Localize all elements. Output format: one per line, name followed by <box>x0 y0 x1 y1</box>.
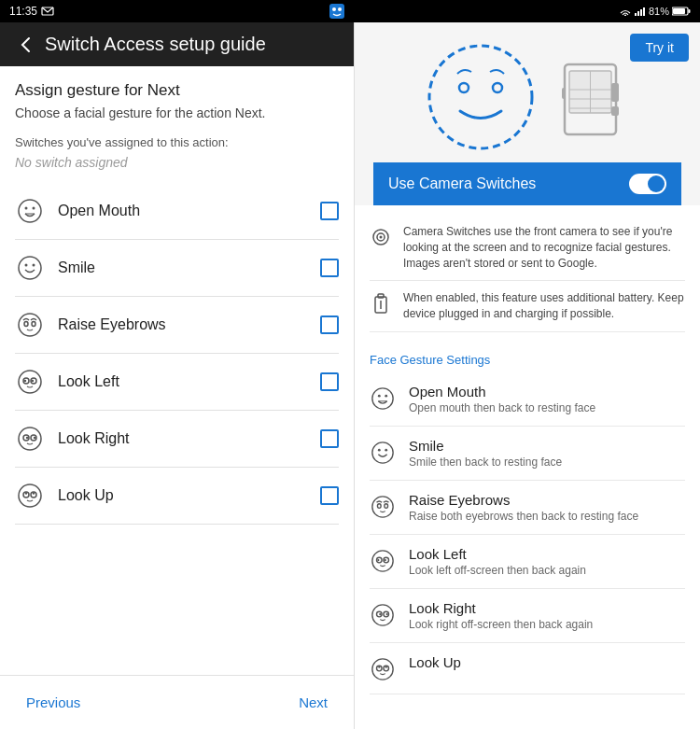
look-up-icon <box>370 656 396 682</box>
battery-info-text: When enabled, this feature uses addition… <box>403 290 685 322</box>
svg-point-19 <box>19 314 41 336</box>
svg-point-38 <box>459 83 469 92</box>
svg-rect-46 <box>611 83 619 102</box>
open-mouth-checkbox[interactable] <box>320 202 339 220</box>
header-back-icon[interactable] <box>15 35 35 55</box>
look-up-checkbox[interactable] <box>320 486 339 505</box>
smile-icon <box>15 253 45 283</box>
camera-switch-toggle[interactable] <box>629 174 666 194</box>
smile-name: Smile <box>409 438 685 454</box>
svg-point-64 <box>385 504 388 509</box>
raise-eyebrows-desc: Raise both eyebrows then back to resting… <box>409 510 685 523</box>
look-left-checkbox[interactable] <box>320 372 339 391</box>
open-mouth-icon <box>15 196 45 226</box>
list-item[interactable]: Look Up <box>15 468 339 525</box>
list-item[interactable]: Open Mouth <box>15 183 339 240</box>
list-item[interactable]: Look Right <box>15 411 339 468</box>
svg-point-22 <box>19 371 41 393</box>
svg-point-56 <box>378 395 381 398</box>
svg-point-78 <box>378 666 380 668</box>
look-right-icon <box>15 424 45 454</box>
raise-eyebrows-icon <box>15 310 45 340</box>
camera-switch-label: Use Camera Switches <box>388 175 536 192</box>
svg-rect-10 <box>689 9 691 13</box>
signal-icon <box>635 7 646 16</box>
battery-percent: 81% <box>649 6 669 17</box>
next-button[interactable]: Next <box>287 687 339 718</box>
look-right-text: Look Right Look right off-screen then ba… <box>409 600 685 631</box>
raise-eyebrows-checkbox[interactable] <box>320 315 339 334</box>
wifi-icon <box>619 7 632 16</box>
look-left-desc: Look left off-screen then back again <box>409 564 685 577</box>
right-gesture-list: Open Mouth Open mouth then back to resti… <box>355 372 700 694</box>
raise-eyebrows-text: Raise Eyebrows Raise both eyebrows then … <box>409 492 685 523</box>
list-item[interactable]: Look Right Look right off-screen then ba… <box>370 589 685 643</box>
face-illustration <box>425 41 537 153</box>
smile-checkbox[interactable] <box>320 259 339 277</box>
svg-rect-5 <box>635 13 637 16</box>
battery-info-icon <box>370 292 392 315</box>
svg-rect-11 <box>673 8 685 14</box>
previous-button[interactable]: Previous <box>15 687 91 718</box>
camera-switch-bar[interactable]: Use Camera Switches <box>373 162 681 205</box>
svg-point-18 <box>33 264 35 267</box>
list-item[interactable]: Smile Smile then back to resting face <box>370 427 685 481</box>
list-item[interactable]: Raise Eyebrows <box>15 297 339 354</box>
svg-point-69 <box>385 559 386 561</box>
raise-eyebrows-name: Raise Eyebrows <box>409 492 685 508</box>
list-item[interactable]: Open Mouth Open mouth then back to resti… <box>370 372 685 427</box>
svg-point-17 <box>25 264 28 267</box>
look-right-checkbox[interactable] <box>320 429 339 448</box>
battery-info-row: When enabled, this feature uses addition… <box>370 281 685 332</box>
assign-desc: Choose a facial gesture for the action N… <box>15 105 339 120</box>
camera-info-icon <box>370 226 392 248</box>
try-it-button[interactable]: Try it <box>630 34 689 62</box>
svg-point-14 <box>33 207 35 210</box>
svg-point-20 <box>24 322 28 327</box>
list-item[interactable]: Look Left Look left off-screen then back… <box>370 535 685 589</box>
no-switch-text: No switch assigned <box>15 155 339 170</box>
smile-desc: Smile then back to resting face <box>409 456 685 469</box>
look-up-name: Look Up <box>409 654 685 670</box>
svg-point-57 <box>385 395 387 398</box>
left-panel: Switch Access setup guide Assign gesture… <box>0 22 355 729</box>
left-gesture-list: Open Mouth Smile <box>15 183 339 525</box>
list-item[interactable]: Smile <box>15 240 339 297</box>
look-right-name: Look Right <box>409 600 685 616</box>
app-header: Switch Access setup guide <box>0 22 354 66</box>
open-mouth-text: Open Mouth Open mouth then back to resti… <box>409 384 685 414</box>
open-mouth-label: Open Mouth <box>58 203 307 219</box>
look-up-label: Look Up <box>58 487 307 504</box>
switch-access-icon <box>328 2 346 21</box>
svg-rect-53 <box>378 294 384 298</box>
svg-rect-7 <box>640 9 642 16</box>
svg-point-2 <box>332 7 336 11</box>
raise-eyebrows-label: Raise Eyebrows <box>58 316 307 333</box>
look-right-desc: Look right off-screen then back again <box>409 618 685 631</box>
list-item[interactable]: Raise Eyebrows Raise both eyebrows then … <box>370 481 685 535</box>
svg-point-32 <box>19 484 41 507</box>
list-item[interactable]: Look Left <box>15 354 339 411</box>
svg-point-70 <box>372 605 393 625</box>
svg-point-39 <box>493 83 502 92</box>
smile-icon <box>370 440 396 466</box>
status-bar: 11:35 81% <box>0 0 700 22</box>
svg-point-60 <box>378 449 381 452</box>
svg-point-75 <box>372 659 393 680</box>
svg-point-73 <box>379 613 381 615</box>
look-up-icon <box>15 481 45 511</box>
svg-point-27 <box>19 428 41 450</box>
svg-rect-1 <box>329 4 344 19</box>
smile-text: Smile Smile then back to resting face <box>409 438 685 469</box>
face-gesture-settings-title: Face Gesture Settings <box>355 342 700 372</box>
look-right-label: Look Right <box>58 430 307 447</box>
svg-rect-48 <box>562 88 566 99</box>
left-content: Assign gesture for Next Choose a facial … <box>0 66 354 675</box>
svg-point-13 <box>25 207 28 210</box>
open-mouth-desc: Open mouth then back to resting face <box>409 401 685 414</box>
list-item[interactable]: Look Up <box>370 643 685 694</box>
switches-label: Switches you've assigned to this action: <box>15 135 339 149</box>
svg-point-4 <box>624 15 626 17</box>
look-left-label: Look Left <box>58 373 307 390</box>
status-bar-right: 81% <box>619 6 691 17</box>
